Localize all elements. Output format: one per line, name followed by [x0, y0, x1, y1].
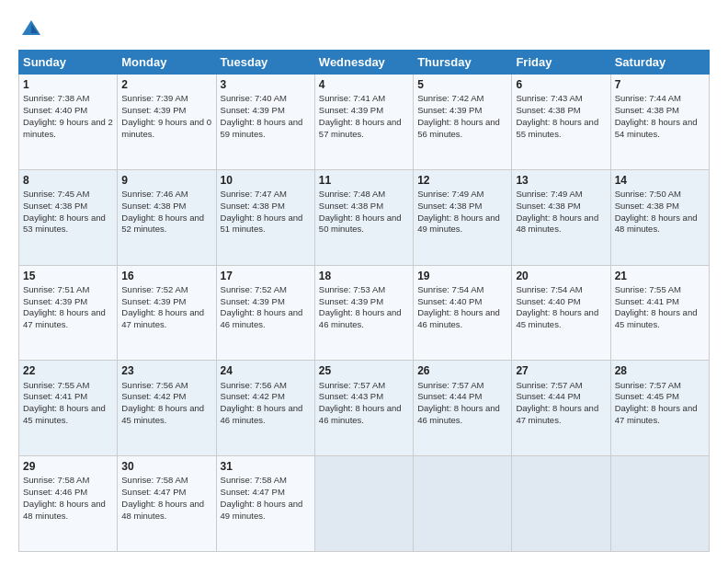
day-number: 12	[417, 173, 507, 188]
calendar-cell: 15Sunrise: 7:51 AMSunset: 4:39 PMDayligh…	[19, 265, 118, 361]
sunrise-text: Sunrise: 7:47 AM	[221, 189, 287, 199]
sunrise-text: Sunrise: 7:41 AM	[319, 93, 385, 103]
calendar-cell: 6Sunrise: 7:43 AMSunset: 4:38 PMDaylight…	[512, 75, 610, 170]
sunrise-text: Sunrise: 7:57 AM	[319, 380, 385, 390]
day-number: 6	[516, 77, 606, 92]
sunrise-text: Sunrise: 7:53 AM	[319, 284, 385, 294]
daylight-text: Daylight: 8 hours and 55 minutes.	[516, 117, 598, 139]
calendar-header-tuesday: Tuesday	[216, 51, 314, 75]
day-number: 15	[23, 269, 113, 283]
sunrise-text: Sunrise: 7:55 AM	[615, 284, 681, 294]
day-number: 25	[319, 363, 409, 378]
calendar-header-monday: Monday	[118, 51, 216, 75]
calendar-cell: 26Sunrise: 7:57 AMSunset: 4:44 PMDayligh…	[414, 361, 512, 456]
calendar-cell: 10Sunrise: 7:47 AMSunset: 4:38 PMDayligh…	[216, 169, 314, 265]
day-number: 19	[417, 269, 507, 283]
calendar-cell: 3Sunrise: 7:40 AMSunset: 4:39 PMDaylight…	[216, 75, 314, 170]
calendar-cell: 9Sunrise: 7:46 AMSunset: 4:38 PMDaylight…	[118, 169, 216, 265]
calendar-cell: 11Sunrise: 7:48 AMSunset: 4:38 PMDayligh…	[314, 169, 413, 265]
sunrise-text: Sunrise: 7:56 AM	[221, 380, 287, 390]
sunset-text: Sunset: 4:38 PM	[615, 201, 679, 211]
sunset-text: Sunset: 4:42 PM	[221, 391, 285, 401]
sunset-text: Sunset: 4:39 PM	[319, 105, 383, 115]
day-number: 1	[23, 77, 113, 92]
sunrise-text: Sunrise: 7:57 AM	[615, 380, 681, 390]
sunset-text: Sunset: 4:38 PM	[23, 201, 87, 211]
sunset-text: Sunset: 4:38 PM	[516, 201, 580, 211]
daylight-text: Daylight: 8 hours and 54 minutes.	[615, 117, 698, 139]
day-number: 22	[23, 363, 113, 378]
calendar-cell: 14Sunrise: 7:50 AMSunset: 4:38 PMDayligh…	[610, 169, 709, 265]
sunrise-text: Sunrise: 7:57 AM	[516, 380, 582, 390]
daylight-text: Daylight: 8 hours and 48 minutes.	[23, 499, 106, 521]
sunrise-text: Sunrise: 7:51 AM	[23, 284, 89, 294]
daylight-text: Daylight: 8 hours and 46 minutes.	[319, 403, 402, 425]
sunset-text: Sunset: 4:39 PM	[417, 105, 482, 115]
calendar-cell: 1Sunrise: 7:38 AMSunset: 4:40 PMDaylight…	[19, 75, 118, 170]
day-number: 18	[319, 269, 409, 283]
sunset-text: Sunset: 4:38 PM	[319, 201, 383, 211]
sunrise-text: Sunrise: 7:58 AM	[121, 475, 188, 485]
daylight-text: Daylight: 8 hours and 45 minutes.	[121, 403, 204, 425]
calendar-cell: 28Sunrise: 7:57 AMSunset: 4:45 PMDayligh…	[610, 361, 709, 456]
calendar-cell: 29Sunrise: 7:58 AMSunset: 4:46 PMDayligh…	[19, 456, 118, 552]
calendar-cell: 22Sunrise: 7:55 AMSunset: 4:41 PMDayligh…	[19, 361, 118, 456]
daylight-text: Daylight: 8 hours and 45 minutes.	[516, 307, 598, 329]
calendar-cell: 27Sunrise: 7:57 AMSunset: 4:44 PMDayligh…	[512, 361, 610, 456]
sunrise-text: Sunrise: 7:55 AM	[23, 380, 89, 390]
day-number: 23	[121, 363, 211, 378]
sunset-text: Sunset: 4:43 PM	[319, 391, 383, 401]
daylight-text: Daylight: 8 hours and 46 minutes.	[417, 403, 500, 425]
sunset-text: Sunset: 4:42 PM	[121, 391, 186, 401]
daylight-text: Daylight: 8 hours and 47 minutes.	[23, 307, 106, 329]
calendar-cell: 24Sunrise: 7:56 AMSunset: 4:42 PMDayligh…	[216, 361, 314, 456]
sunset-text: Sunset: 4:39 PM	[23, 296, 87, 306]
sunset-text: Sunset: 4:38 PM	[417, 201, 482, 211]
daylight-text: Daylight: 8 hours and 50 minutes.	[319, 213, 402, 235]
calendar-cell: 18Sunrise: 7:53 AMSunset: 4:39 PMDayligh…	[314, 265, 413, 361]
calendar-cell	[314, 456, 413, 552]
day-number: 16	[121, 269, 211, 283]
day-number: 20	[516, 269, 606, 283]
calendar-week-4: 22Sunrise: 7:55 AMSunset: 4:41 PMDayligh…	[19, 361, 710, 456]
day-number: 17	[221, 269, 311, 283]
day-number: 3	[221, 77, 311, 92]
daylight-text: Daylight: 8 hours and 47 minutes.	[615, 403, 698, 425]
sunset-text: Sunset: 4:41 PM	[615, 296, 679, 306]
sunrise-text: Sunrise: 7:42 AM	[417, 93, 483, 103]
daylight-text: Daylight: 8 hours and 49 minutes.	[417, 213, 500, 235]
sunrise-text: Sunrise: 7:52 AM	[221, 284, 287, 294]
sunset-text: Sunset: 4:39 PM	[121, 296, 186, 306]
daylight-text: Daylight: 8 hours and 59 minutes.	[221, 117, 303, 139]
day-number: 9	[121, 173, 211, 188]
calendar-week-1: 1Sunrise: 7:38 AMSunset: 4:40 PMDaylight…	[19, 75, 710, 170]
sunrise-text: Sunrise: 7:48 AM	[319, 189, 385, 199]
calendar-cell: 30Sunrise: 7:58 AMSunset: 4:47 PMDayligh…	[118, 456, 216, 552]
sunset-text: Sunset: 4:46 PM	[23, 487, 87, 497]
day-number: 29	[23, 459, 113, 474]
calendar-cell	[414, 456, 512, 552]
sunrise-text: Sunrise: 7:39 AM	[121, 93, 188, 103]
day-number: 10	[221, 173, 311, 188]
logo	[18, 17, 48, 42]
day-number: 13	[516, 173, 606, 188]
daylight-text: Daylight: 9 hours and 0 minutes.	[121, 117, 211, 139]
daylight-text: Daylight: 8 hours and 47 minutes.	[516, 403, 598, 425]
day-number: 24	[221, 363, 311, 378]
calendar-cell: 23Sunrise: 7:56 AMSunset: 4:42 PMDayligh…	[118, 361, 216, 456]
calendar-cell: 5Sunrise: 7:42 AMSunset: 4:39 PMDaylight…	[414, 75, 512, 170]
daylight-text: Daylight: 9 hours and 2 minutes.	[23, 117, 113, 139]
day-number: 8	[23, 173, 113, 188]
sunset-text: Sunset: 4:40 PM	[516, 296, 580, 306]
sunset-text: Sunset: 4:41 PM	[23, 391, 87, 401]
daylight-text: Daylight: 8 hours and 46 minutes.	[319, 307, 402, 329]
sunset-text: Sunset: 4:40 PM	[417, 296, 482, 306]
sunset-text: Sunset: 4:44 PM	[417, 391, 482, 401]
page: SundayMondayTuesdayWednesdayThursdayFrid…	[0, 0, 728, 563]
daylight-text: Daylight: 8 hours and 48 minutes.	[121, 499, 204, 521]
sunrise-text: Sunrise: 7:52 AM	[121, 284, 188, 294]
day-number: 27	[516, 363, 606, 378]
calendar-cell: 20Sunrise: 7:54 AMSunset: 4:40 PMDayligh…	[512, 265, 610, 361]
daylight-text: Daylight: 8 hours and 48 minutes.	[516, 213, 598, 235]
daylight-text: Daylight: 8 hours and 46 minutes.	[221, 403, 303, 425]
